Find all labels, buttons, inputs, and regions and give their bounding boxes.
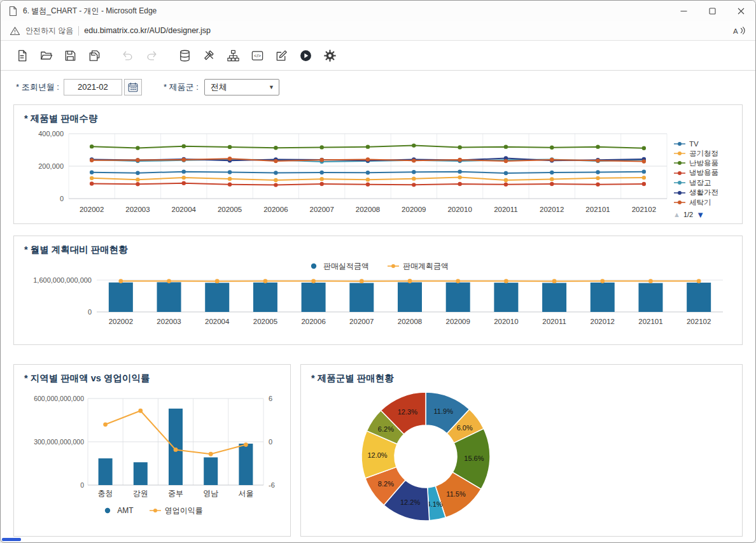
page-up-icon[interactable]: ▲ — [673, 211, 680, 218]
sitemap-button[interactable] — [222, 46, 244, 65]
new-document-button[interactable] — [11, 46, 32, 65]
svg-text:202008: 202008 — [356, 206, 380, 213]
date-input[interactable] — [64, 79, 122, 95]
svg-text:600,000,000,000: 600,000,000,000 — [34, 395, 84, 402]
chart3-legend: AMT영업이익률 — [14, 505, 290, 516]
calendar-button[interactable] — [124, 79, 142, 95]
code-button[interactable]: </> — [246, 46, 268, 65]
data-point — [642, 182, 646, 186]
legend-item[interactable]: 냉장고 — [673, 178, 737, 188]
product-select[interactable]: 전체 ▼ — [204, 79, 279, 95]
legend-label: AMT — [117, 506, 133, 515]
redo-icon — [145, 49, 158, 62]
svg-text:0: 0 — [80, 481, 84, 489]
data-point — [103, 422, 108, 427]
data-point — [182, 181, 186, 185]
legend-item[interactable]: 판매실적금액 — [307, 261, 369, 271]
security-label[interactable]: 안전하지 않음 — [25, 25, 73, 36]
legend-item[interactable]: 냉방용품 — [673, 168, 737, 178]
legend-marker — [673, 170, 686, 176]
legend-item[interactable]: 난방용품 — [673, 159, 737, 168]
data-point — [319, 158, 323, 162]
svg-text:202005: 202005 — [218, 206, 242, 213]
run-icon — [299, 49, 312, 62]
svg-text:6: 6 — [269, 395, 272, 402]
legend-item[interactable]: 생활가전 — [673, 188, 737, 197]
legend-item[interactable]: 판매계획금액 — [387, 261, 449, 271]
page-down-icon[interactable]: ▼ — [696, 210, 704, 220]
data-point — [412, 170, 416, 174]
data-point — [504, 183, 508, 187]
data-point — [319, 171, 323, 174]
product-select-value: 전체 — [211, 81, 269, 93]
database-button[interactable] — [174, 46, 195, 65]
data-point — [366, 178, 370, 181]
svg-text:202002: 202002 — [80, 206, 104, 213]
legend-item[interactable]: AMT — [101, 505, 133, 516]
legend-marker — [673, 150, 686, 157]
data-point — [366, 171, 370, 174]
svg-text:202004: 202004 — [172, 206, 197, 213]
svg-text:202005: 202005 — [253, 318, 277, 325]
bar — [253, 283, 277, 312]
save-all-button[interactable] — [83, 46, 105, 65]
data-point — [550, 182, 554, 186]
data-point — [174, 448, 178, 452]
chart4-title: * 제품군별 판매현황 — [301, 365, 742, 384]
legend-item[interactable]: 세탁기 — [673, 197, 737, 207]
undo-button[interactable] — [116, 46, 138, 65]
filter-row: * 조회년월 : * 제품군 : 전체 ▼ — [16, 78, 755, 95]
product-group-donut-chart: 11.9%6.0%15.6%11.5%4.1%12.2%8.2%12.0%6.2… — [351, 386, 501, 528]
data-point — [215, 279, 220, 283]
legend-item[interactable]: 공기청정 — [673, 148, 737, 158]
legend-marker — [673, 199, 686, 206]
legend-label: 냉방용품 — [689, 168, 718, 178]
data-point — [319, 177, 323, 181]
svg-text:</>: </> — [253, 53, 261, 59]
close-button[interactable] — [727, 1, 755, 21]
legend-item[interactable]: 영업이익률 — [149, 505, 203, 516]
svg-text:12.3%: 12.3% — [398, 408, 417, 416]
svg-text:15.6%: 15.6% — [464, 455, 484, 462]
settings-button[interactable] — [319, 46, 340, 65]
tools-button[interactable] — [198, 46, 220, 65]
data-point — [274, 171, 277, 174]
bar — [687, 283, 711, 312]
svg-text:0: 0 — [60, 195, 64, 202]
data-point — [311, 279, 316, 283]
svg-text:202003: 202003 — [157, 318, 181, 325]
data-point — [412, 183, 416, 187]
redo-button[interactable] — [141, 46, 162, 65]
run-button[interactable] — [295, 46, 316, 65]
svg-text:202008: 202008 — [398, 318, 422, 325]
svg-text:12.0%: 12.0% — [367, 451, 387, 459]
read-aloud-icon[interactable]: A — [732, 25, 746, 36]
save-button[interactable] — [59, 46, 81, 65]
svg-text:-6: -6 — [269, 481, 275, 489]
svg-text:6.2%: 6.2% — [378, 425, 394, 433]
minimize-button[interactable] — [669, 1, 698, 21]
svg-text:202002: 202002 — [109, 318, 133, 325]
svg-text:6.0%: 6.0% — [457, 424, 473, 432]
horizontal-scrollbar-thumb[interactable] — [2, 538, 21, 541]
data-point — [550, 158, 554, 162]
maximize-button[interactable] — [698, 1, 727, 21]
legend-marker — [307, 263, 320, 269]
edit-button[interactable] — [270, 46, 292, 65]
bar — [109, 283, 133, 312]
url-text[interactable]: edu.bimatrix.co.kr/AUD/designer.jsp — [84, 26, 727, 35]
code-icon: </> — [251, 49, 264, 62]
data-point — [408, 279, 412, 283]
data-point — [90, 170, 94, 174]
chart2-title: * 월별 계획대비 판매현황 — [14, 236, 742, 256]
legend-marker — [673, 180, 686, 186]
legend-pagination: ▲ 1/2 ▼ — [673, 210, 737, 220]
data-point — [648, 279, 653, 283]
maximize-icon — [709, 8, 716, 15]
open-folder-button[interactable] — [35, 46, 57, 65]
chart2-legend: 판매실적금액판매계획금액 — [14, 261, 742, 271]
data-point — [136, 171, 139, 175]
title-bar: 6. 별첨_CHART - 개인 - Microsoft Edge — [1, 1, 755, 21]
legend-item[interactable]: TV — [673, 139, 737, 148]
edit-icon — [275, 49, 288, 62]
